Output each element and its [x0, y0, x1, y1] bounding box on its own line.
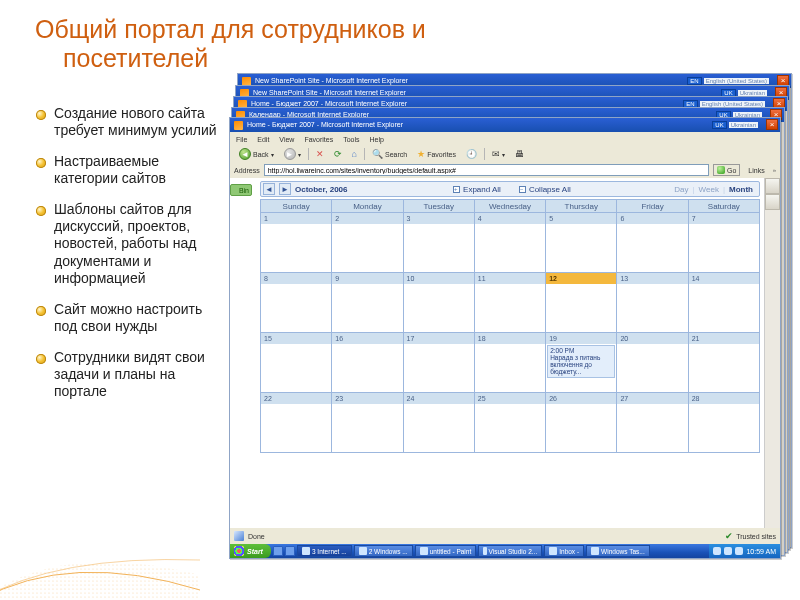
- calendar-day[interactable]: 25: [475, 393, 546, 453]
- view-month[interactable]: Month: [729, 185, 753, 194]
- day-number: 15: [261, 333, 331, 344]
- menu-item[interactable]: Tools: [343, 136, 359, 143]
- day-body: [689, 344, 759, 392]
- taskbar-task[interactable]: Windows Tas...: [586, 545, 650, 557]
- menu-item[interactable]: Favorites: [304, 136, 333, 143]
- calendar-day[interactable]: 14: [689, 273, 760, 333]
- calendar-day[interactable]: 28: [689, 393, 760, 453]
- links-label[interactable]: Links: [744, 167, 768, 174]
- collapse-all-button[interactable]: −Collapse All: [519, 185, 571, 194]
- calendar-day[interactable]: 26: [546, 393, 617, 453]
- history-button[interactable]: 🕘: [463, 149, 480, 159]
- stop-button[interactable]: ✕: [313, 149, 327, 159]
- bullet-icon: [36, 158, 46, 168]
- calendar-event[interactable]: 2:00 PMНарада з питань включення до бюдж…: [547, 345, 615, 378]
- day-number: 16: [332, 333, 402, 344]
- task-icon: [359, 547, 367, 555]
- calendar-day[interactable]: 9: [332, 273, 403, 333]
- forward-button[interactable]: ►▾: [281, 148, 304, 160]
- calendar-day[interactable]: 15: [260, 333, 332, 393]
- bullet-icon: [36, 110, 46, 120]
- calendar-week: 891011121314: [260, 273, 760, 333]
- calendar-day[interactable]: 3: [404, 213, 475, 273]
- ql-icon[interactable]: [285, 546, 295, 556]
- calendar-day[interactable]: 20: [617, 333, 688, 393]
- recycle-bin[interactable]: Bin: [230, 184, 252, 196]
- calendar-day[interactable]: 5: [546, 213, 617, 273]
- next-month-button[interactable]: ►: [279, 183, 291, 195]
- day-number: 20: [617, 333, 687, 344]
- mail-button[interactable]: ✉▾: [489, 149, 508, 159]
- task-label: Windows Tas...: [601, 548, 645, 555]
- calendar-day[interactable]: 4: [475, 213, 546, 273]
- system-tray: 10:59 AM: [709, 544, 780, 558]
- bullet-item: Шаблоны сайтов для дискуссий, проектов, …: [36, 201, 221, 286]
- calendar-day[interactable]: 21: [689, 333, 760, 393]
- calendar-day[interactable]: 27: [617, 393, 688, 453]
- taskbar-task[interactable]: Visual Studio 2...: [478, 545, 542, 557]
- tray-icon[interactable]: [713, 547, 721, 555]
- print-button[interactable]: 🖶: [512, 149, 527, 159]
- calendar-day[interactable]: 12: [546, 273, 617, 333]
- menu-item[interactable]: File: [236, 136, 247, 143]
- calendar-day[interactable]: 13: [617, 273, 688, 333]
- bullet-item: Сайт можно настроить под свои нужды: [36, 301, 221, 335]
- tray-icon[interactable]: [735, 547, 743, 555]
- calendar-day[interactable]: 8: [260, 273, 332, 333]
- calendar-day[interactable]: 7: [689, 213, 760, 273]
- view-day[interactable]: Day: [674, 185, 688, 194]
- day-number: 24: [404, 393, 474, 404]
- calendar-day[interactable]: 10: [404, 273, 475, 333]
- menu-item[interactable]: View: [279, 136, 294, 143]
- day-body: [261, 224, 331, 272]
- calendar-day[interactable]: 24: [404, 393, 475, 453]
- day-number: 12: [546, 273, 616, 284]
- calendar-day[interactable]: 11: [475, 273, 546, 333]
- event-text: Нарада з питань включення до бюджету...: [550, 354, 600, 375]
- day-number: 25: [475, 393, 545, 404]
- favorites-button[interactable]: ★Favorites: [414, 149, 459, 159]
- taskbar-task[interactable]: Inbox -: [544, 545, 584, 557]
- title-line-1: Общий портал для сотрудников и: [35, 15, 426, 43]
- menu-item[interactable]: Edit: [257, 136, 269, 143]
- tray-icon[interactable]: [724, 547, 732, 555]
- task-label: 2 Windows ...: [369, 548, 408, 555]
- expand-all-button[interactable]: +Expand All: [453, 185, 501, 194]
- task-label: Inbox -: [559, 548, 579, 555]
- month-label: October, 2006: [293, 185, 349, 194]
- calendar-day[interactable]: 16: [332, 333, 403, 393]
- home-button[interactable]: ⌂: [349, 149, 360, 159]
- day-number: 22: [261, 393, 331, 404]
- day-body: [617, 224, 687, 272]
- calendar-day[interactable]: 17: [404, 333, 475, 393]
- vertical-scrollbar[interactable]: [764, 178, 780, 528]
- ql-icon[interactable]: [273, 546, 283, 556]
- back-button[interactable]: ◄Back▾: [236, 148, 277, 160]
- calendar-day[interactable]: 6: [617, 213, 688, 273]
- day-body: [404, 224, 474, 272]
- taskbar-task[interactable]: 2 Windows ...: [354, 545, 413, 557]
- calendar-day[interactable]: 192:00 PMНарада з питань включення до бю…: [546, 333, 617, 393]
- refresh-button[interactable]: ⟳: [331, 149, 345, 159]
- calendar-day[interactable]: 1: [260, 213, 332, 273]
- day-body: [332, 404, 402, 452]
- day-body: [475, 404, 545, 452]
- start-button[interactable]: Start: [230, 544, 271, 558]
- calendar-day[interactable]: 23: [332, 393, 403, 453]
- taskbar-task[interactable]: untitled - Paint: [415, 545, 477, 557]
- search-button[interactable]: 🔍Search: [369, 149, 410, 159]
- address-input[interactable]: [264, 164, 709, 176]
- calendar-day[interactable]: 18: [475, 333, 546, 393]
- go-button[interactable]: Go: [713, 164, 740, 176]
- taskbar-task[interactable]: 3 Internet ...: [297, 545, 352, 557]
- calendar-week: 1234567: [260, 213, 760, 273]
- calendar-day[interactable]: 2: [332, 213, 403, 273]
- calendar-header: Monday: [332, 199, 403, 213]
- prev-month-button[interactable]: ◄: [263, 183, 275, 195]
- close-icon[interactable]: ×: [766, 119, 778, 130]
- menu-item[interactable]: Help: [370, 136, 384, 143]
- day-body: [617, 284, 687, 332]
- day-body: [546, 404, 616, 452]
- view-week[interactable]: Week: [699, 185, 719, 194]
- calendar-day[interactable]: 22: [260, 393, 332, 453]
